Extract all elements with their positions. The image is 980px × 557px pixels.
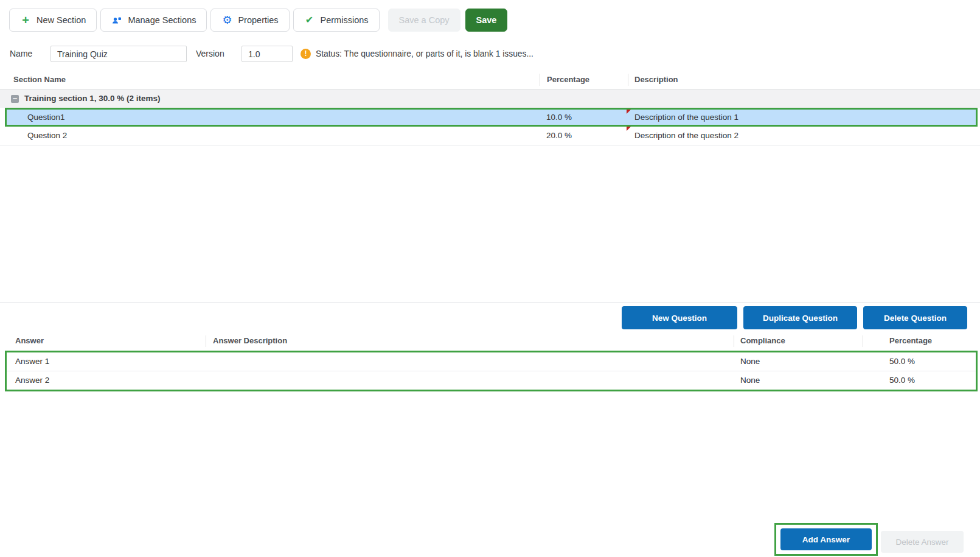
answer-row[interactable]: Answer 1 None 50.0 % bbox=[7, 352, 976, 371]
questionnaire-editor: { "toolbar": { "new_section": "New Secti… bbox=[0, 0, 980, 557]
column-header-percentage: Percentage bbox=[547, 71, 589, 89]
manage-sections-label: Manage Sections bbox=[128, 15, 196, 25]
section-group-row[interactable]: − Training section 1, 30.0 % (2 items) bbox=[0, 89, 980, 108]
column-header-answer-percentage: Percentage bbox=[889, 332, 932, 350]
question-name: Question 2 bbox=[27, 127, 67, 145]
column-header-answer: Answer bbox=[15, 332, 44, 350]
name-input[interactable] bbox=[50, 46, 187, 62]
column-separator bbox=[540, 74, 540, 86]
answers-table-header: Answer Answer Description Compliance Per… bbox=[0, 332, 980, 351]
version-label: Version bbox=[196, 46, 224, 62]
status-text: Status: The questionnaire, or parts of i… bbox=[316, 46, 533, 62]
panel-divider bbox=[0, 303, 980, 303]
new-question-button[interactable]: New Question bbox=[622, 306, 737, 329]
properties-button[interactable]: ⚙ Properties bbox=[210, 9, 289, 32]
question-percentage: 10.0 % bbox=[546, 110, 572, 125]
save-a-copy-label: Save a Copy bbox=[399, 15, 450, 25]
permissions-label: Permissions bbox=[321, 15, 369, 25]
delete-answer-button: Delete Answer bbox=[881, 531, 964, 553]
question-description: Description of the question 2 bbox=[634, 127, 738, 145]
section-group-label: Training section 1, 30.0 % (2 items) bbox=[24, 89, 161, 108]
answer-percentage: 50.0 % bbox=[889, 352, 915, 371]
add-answer-highlight-box: Add Answer bbox=[774, 523, 878, 556]
question-row-selected[interactable]: Question1 10.0 % Description of the ques… bbox=[5, 108, 978, 127]
warning-icon: ! bbox=[301, 49, 311, 59]
check-icon: ✔ bbox=[304, 15, 315, 26]
column-header-answer-description: Answer Description bbox=[213, 332, 287, 350]
questions-table-header: Section Name Percentage Description bbox=[0, 71, 980, 89]
column-header-section-name: Section Name bbox=[13, 71, 66, 89]
question-actions: New Question Duplicate Question Delete Q… bbox=[622, 306, 967, 329]
column-separator bbox=[734, 335, 734, 347]
answers-highlight-box: Answer 1 None 50.0 % Answer 2 None 50.0 … bbox=[5, 351, 978, 391]
plus-icon: + bbox=[20, 15, 31, 26]
gear-icon: ⚙ bbox=[221, 15, 232, 26]
answer-name: Answer 2 bbox=[15, 371, 49, 390]
save-label: Save bbox=[476, 15, 497, 25]
answer-compliance: None bbox=[740, 371, 760, 390]
issue-marker-icon bbox=[627, 127, 631, 131]
column-separator bbox=[206, 335, 206, 347]
column-header-description: Description bbox=[634, 71, 678, 89]
answer-percentage: 50.0 % bbox=[889, 371, 915, 390]
issue-marker-icon bbox=[627, 110, 631, 114]
column-separator bbox=[628, 74, 628, 86]
save-a-copy-button: Save a Copy bbox=[388, 9, 460, 32]
answer-name: Answer 1 bbox=[15, 352, 49, 371]
collapse-icon[interactable]: − bbox=[11, 95, 19, 103]
column-header-compliance: Compliance bbox=[740, 332, 785, 350]
quiz-meta-row: Name Version ! Status: The questionnaire… bbox=[0, 46, 980, 62]
delete-question-button[interactable]: Delete Question bbox=[863, 306, 967, 329]
question-percentage: 20.0 % bbox=[546, 127, 572, 145]
manage-sections-button[interactable]: Manage Sections bbox=[100, 9, 207, 32]
permissions-button[interactable]: ✔ Permissions bbox=[293, 9, 380, 32]
new-section-button[interactable]: + New Section bbox=[9, 9, 97, 32]
answer-row[interactable]: Answer 2 None 50.0 % bbox=[7, 371, 976, 390]
question-row[interactable]: Question 2 20.0 % Description of the que… bbox=[0, 127, 980, 145]
save-button[interactable]: Save bbox=[465, 9, 508, 32]
question-description: Description of the question 1 bbox=[634, 110, 738, 125]
name-label: Name bbox=[10, 46, 32, 62]
version-input[interactable] bbox=[242, 46, 293, 62]
new-section-label: New Section bbox=[36, 15, 86, 25]
duplicate-question-button[interactable]: Duplicate Question bbox=[743, 306, 857, 329]
people-icon bbox=[111, 15, 122, 26]
column-separator bbox=[863, 335, 863, 347]
properties-label: Properties bbox=[238, 15, 278, 25]
answer-compliance: None bbox=[740, 352, 760, 371]
question-name: Question1 bbox=[27, 110, 65, 125]
toolbar: + New Section Manage Sections ⚙ Properti… bbox=[9, 9, 507, 32]
add-answer-button[interactable]: Add Answer bbox=[780, 528, 872, 550]
